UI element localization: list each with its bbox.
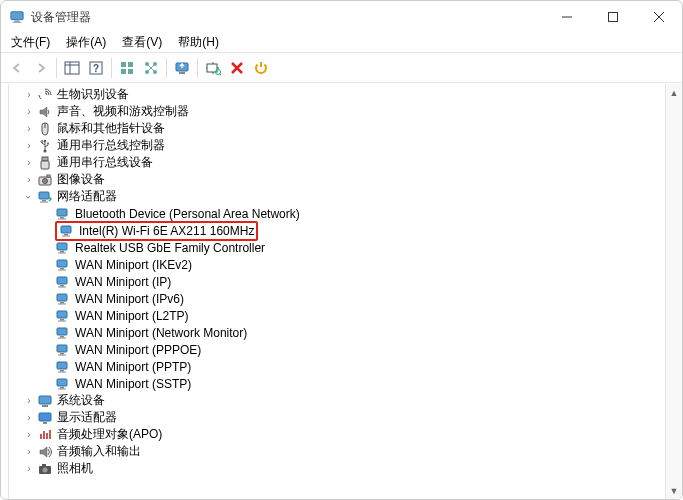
svg-rect-68 [57,362,67,369]
tree-item-imaging[interactable]: › 图像设备 [9,171,665,188]
svg-rect-48 [60,251,64,253]
help-button[interactable]: ? [84,56,108,80]
menu-help[interactable]: 帮助(H) [172,34,225,51]
tree-label: 图像设备 [57,171,105,188]
svg-rect-13 [128,62,133,67]
tree-item-network-adapters[interactable]: › 网络适配器 [9,188,665,205]
tree-item-audio-apo[interactable]: › 音频处理对象(APO) [9,426,665,443]
tree-label: 通用串行总线设备 [57,154,153,171]
tree-label: 网络适配器 [57,188,117,205]
tree-item-display-adapters[interactable]: › 显示适配器 [9,409,665,426]
tree-label: WAN Miniport (IP) [75,275,171,289]
collapse-icon[interactable]: › [21,189,37,205]
expand-icon[interactable]: › [21,87,37,103]
uninstall-button[interactable] [225,56,249,80]
expand-icon[interactable]: › [21,393,37,409]
svg-rect-65 [57,345,67,352]
tree-item-wan-ikev2[interactable]: · WAN Miniport (IKEv2) [9,256,665,273]
tree-item-wan-network-monitor[interactable]: · WAN Miniport (Network Monitor) [9,324,665,341]
network-icon [37,189,53,205]
devices-by-type-button[interactable] [115,56,139,80]
highlight-box: Intel(R) Wi-Fi 6E AX211 160MHz [55,221,258,241]
network-adapter-icon [55,325,71,341]
left-pane [1,84,9,499]
svg-rect-66 [60,353,64,355]
expand-icon[interactable]: › [21,461,37,477]
expand-icon[interactable]: › [21,121,37,137]
audio-apo-icon [37,427,53,443]
tree-item-mouse[interactable]: › 鼠标和其他指针设备 [9,120,665,137]
maximize-button[interactable] [590,1,636,33]
tree-item-audio-io[interactable]: › 音频输入和输出 [9,443,665,460]
close-button[interactable] [636,1,682,33]
tree-label: Intel(R) Wi-Fi 6E AX211 160MHz [79,224,254,238]
tree-item-usb-devices[interactable]: › 通用串行总线设备 [9,154,665,171]
tree-label: WAN Miniport (SSTP) [75,377,191,391]
svg-rect-33 [42,157,48,161]
expand-icon[interactable]: › [21,138,37,154]
svg-rect-23 [179,72,185,74]
tree-item-realtek-gbe[interactable]: · Realtek USB GbE Family Controller [9,239,665,256]
tree-label: 显示适配器 [57,409,117,426]
scan-hardware-button[interactable] [201,56,225,80]
expand-icon[interactable]: › [21,444,37,460]
show-hide-tree-button[interactable] [60,56,84,80]
tree-item-biometric[interactable]: › 生物识别设备 [9,86,665,103]
tree-label: WAN Miniport (Network Monitor) [75,326,247,340]
svg-rect-39 [42,200,46,202]
menu-file[interactable]: 文件(F) [5,34,56,51]
scroll-down-icon[interactable]: ▼ [666,482,682,499]
tree-item-wan-sstp[interactable]: · WAN Miniport (SSTP) [9,375,665,392]
scroll-up-icon[interactable]: ▲ [666,84,682,101]
svg-rect-49 [58,252,66,253]
svg-rect-59 [57,311,67,318]
expand-icon[interactable]: › [21,104,37,120]
usb-device-icon [37,155,53,171]
tree-item-sound[interactable]: › 声音、视频和游戏控制器 [9,103,665,120]
tree-item-wan-l2tp[interactable]: · WAN Miniport (L2TP) [9,307,665,324]
vertical-scrollbar[interactable]: ▲ ▼ [665,84,682,499]
tree-item-wan-pptp[interactable]: · WAN Miniport (PPTP) [9,358,665,375]
usb-icon [37,138,53,154]
tree-item-intel-wifi[interactable]: · Intel(R) Wi-Fi 6E AX211 160MHz [9,222,665,239]
svg-rect-52 [58,269,66,270]
svg-rect-40 [40,201,48,202]
update-driver-button[interactable] [170,56,194,80]
svg-rect-55 [58,286,66,287]
menu-view[interactable]: 查看(V) [116,34,168,51]
network-adapter-icon [55,206,71,222]
network-adapter-icon [55,342,71,358]
expand-icon[interactable]: › [21,427,37,443]
svg-rect-76 [39,413,51,421]
svg-rect-51 [60,268,64,270]
svg-rect-2 [13,22,22,23]
expand-icon[interactable]: › [21,410,37,426]
tree-label: WAN Miniport (L2TP) [75,309,189,323]
tree-label: Bluetooth Device (Personal Area Network) [75,207,300,221]
device-tree[interactable]: › 生物识别设备 › 声音、视频和游戏控制器 › 鼠标和其他指针设备 › 通用串… [9,84,665,499]
minimize-button[interactable] [544,1,590,33]
expand-icon[interactable]: › [21,155,37,171]
svg-rect-70 [58,371,66,372]
devices-by-connection-button[interactable] [139,56,163,80]
tree-label: 生物识别设备 [57,86,129,103]
svg-rect-46 [62,235,70,236]
menu-action[interactable]: 操作(A) [60,34,112,51]
svg-rect-1 [14,21,19,22]
tree-item-bluetooth-pan[interactable]: · Bluetooth Device (Personal Area Networ… [9,205,665,222]
svg-rect-81 [49,430,51,439]
tree-item-system-devices[interactable]: › 系统设备 [9,392,665,409]
forward-button [29,56,53,80]
svg-rect-77 [43,422,47,424]
expand-icon[interactable]: › [21,172,37,188]
svg-rect-53 [57,277,67,284]
svg-rect-15 [128,69,133,74]
tree-item-usb-controllers[interactable]: › 通用串行总线控制器 [9,137,665,154]
tree-item-camera[interactable]: › 照相机 [9,460,665,477]
tree-item-wan-ipv6[interactable]: · WAN Miniport (IPv6) [9,290,665,307]
tree-item-wan-pppoe[interactable]: · WAN Miniport (PPPOE) [9,341,665,358]
disable-button[interactable] [249,56,273,80]
tree-item-wan-ip[interactable]: · WAN Miniport (IP) [9,273,665,290]
svg-rect-69 [60,370,64,372]
tree-label: 通用串行总线控制器 [57,137,165,154]
